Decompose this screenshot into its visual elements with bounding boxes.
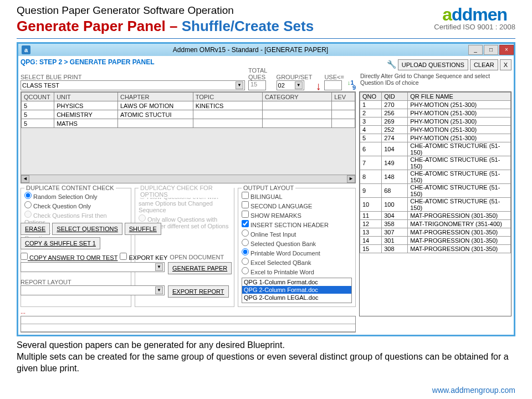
total-ques-input[interactable]: 15: [248, 80, 266, 90]
duplicacy-options-title: DUPLICACY CHECK FOR OPTIONS: [139, 185, 234, 198]
group-set-label: GROUP/SET: [277, 74, 313, 80]
footer-text: Several question papers can be generated…: [17, 340, 515, 374]
grid-hint: Directly Alter Grid to Change Sequence a…: [360, 73, 511, 86]
output-layout-title: OUTPUT LAYOUT: [242, 185, 295, 191]
upload-questions-button[interactable]: UPLOAD QUESTIONS: [398, 59, 468, 70]
out-word[interactable]: Printable Word Document: [242, 248, 352, 257]
file-item[interactable]: QPG 1-Column Format.doc: [242, 278, 351, 286]
template-file-list[interactable]: QPG 1-Column Format.doc QPG 2-Column For…: [242, 278, 352, 303]
out-excel-word[interactable]: Excel to Printable Word: [242, 267, 352, 275]
copy-omr-check[interactable]: COPY ANSWER TO OMR TEST: [21, 253, 117, 261]
blueprint-grid[interactable]: QCOUNTUNITCHAPTERTOPICCATEGORYLEV 5PHYSI…: [21, 92, 355, 128]
subtitle-red: Generate Paper Panel: [17, 18, 166, 34]
subtitle-dash: –: [166, 18, 182, 34]
group-set-value: 02: [278, 82, 294, 89]
minimize-button[interactable]: _: [468, 45, 483, 55]
generate-paper-button[interactable]: GENERATE PAPER: [168, 262, 232, 274]
open-doc-label: OPEN DOCUMENT: [170, 254, 224, 260]
horizontal-scrollbar[interactable]: ◄ ►: [21, 175, 355, 183]
scroll-right-icon[interactable]: ►: [347, 175, 355, 183]
sort-num-icon-2: 9: [352, 84, 356, 91]
dup-opt-question[interactable]: Check Question Only: [24, 201, 127, 209]
group-set-dropdown[interactable]: 02 ▼: [277, 80, 304, 90]
copy-shuffle-button[interactable]: COPY & SHUFFLE SET 1: [21, 237, 100, 249]
report-layout-label: REPORT LAYOUT: [21, 279, 242, 285]
logo-dd: dd: [452, 4, 472, 24]
out-online[interactable]: Online Test Input: [242, 229, 352, 238]
close-panel-button[interactable]: X: [500, 59, 511, 70]
blueprint-dropdown[interactable]: CLASS TEST ▼: [21, 80, 245, 90]
close-button[interactable]: ×: [499, 45, 514, 55]
file-item[interactable]: QPG 2-Column LEGAL.doc: [242, 294, 351, 301]
footer-line-2: Multiple sets can be created for the sam…: [17, 351, 515, 375]
wrench-icon[interactable]: 🔧: [386, 60, 396, 70]
shuffle-button[interactable]: SHUFFLE: [125, 223, 161, 235]
breadcrumb: QPG: STEP 2 > GENERATE PAPER PANEL: [21, 58, 356, 66]
ellipsis: ...: [21, 308, 356, 315]
erase-button[interactable]: ERASE: [21, 223, 50, 235]
blueprint-value: CLASS TEST: [22, 82, 234, 89]
logo-a: a: [442, 4, 452, 24]
chevron-down-icon: ▼: [236, 81, 243, 89]
duplicate-content-title: DUPLICATE CONTENT CHECK: [24, 185, 116, 191]
omr-test-dropdown[interactable]: ▼: [21, 262, 165, 272]
red-arrow-icon: ↓: [315, 83, 321, 89]
clear-button[interactable]: CLEAR: [470, 59, 498, 70]
logo: addmen Certified ISO 9001 : 2008: [434, 4, 515, 31]
out-excel-qbank[interactable]: Excel Selected QBank: [242, 258, 352, 266]
chk-bilingual[interactable]: BILINGUAL: [242, 192, 352, 200]
output-layout-group: OUTPUT LAYOUT BILINGUAL SECOND LANGUAGE …: [238, 188, 356, 307]
question-grid[interactable]: QNOQIDQR FILE NAME 1270PHY-MOTION (251-3…: [360, 92, 511, 253]
chk-remarks[interactable]: SHOW REMARKS: [242, 211, 352, 219]
subtitle-blue: Shuffle/Create Sets: [182, 18, 314, 34]
bottom-grid[interactable]: [21, 316, 356, 332]
use-label: USE<=: [324, 74, 344, 80]
total-ques-label: TOTAL QUES: [248, 67, 273, 80]
cert-text: Certified ISO 9001 : 2008: [434, 23, 515, 31]
chk-section-header[interactable]: INSERT SECTION HEADER: [242, 220, 352, 228]
footer-link[interactable]: www.addmengroup.com: [432, 386, 515, 395]
select-blueprint-label: SELECT BLUE PRINT: [21, 74, 245, 80]
export-key-check[interactable]: EXPORT KEY: [120, 253, 167, 261]
chevron-down-icon: ▼: [295, 81, 303, 89]
dup-opt-random[interactable]: Random Selection Only: [24, 192, 127, 200]
use-input[interactable]: [324, 80, 342, 90]
report-layout-dropdown[interactable]: ▼: [21, 285, 165, 295]
footer-line-1: Several question papers can be generated…: [17, 340, 515, 351]
select-questions-button[interactable]: SELECT QUESTIONS: [52, 223, 122, 235]
app-icon: a: [22, 45, 30, 54]
chevron-down-icon: ▼: [155, 263, 163, 271]
window-title: Addmen OMRv15 - Standard - [GENERATE PAP…: [34, 46, 467, 54]
scroll-left-icon[interactable]: ◄: [21, 175, 29, 183]
export-report-button[interactable]: EXPORT REPORT: [168, 285, 229, 298]
app-window: a Addmen OMRv15 - Standard - [GENERATE P…: [17, 42, 515, 336]
out-qbank[interactable]: Selected Question Bank: [242, 239, 352, 247]
maximize-button[interactable]: □: [484, 45, 498, 55]
file-item-selected[interactable]: QPG 2-Column Format.doc: [242, 286, 351, 294]
chevron-down-icon: ▼: [155, 287, 163, 294]
logo-men: men: [472, 4, 507, 24]
titlebar: a Addmen OMRv15 - Standard - [GENERATE P…: [18, 44, 514, 56]
chk-second-lang[interactable]: SECOND LANGUAGE: [242, 201, 352, 209]
